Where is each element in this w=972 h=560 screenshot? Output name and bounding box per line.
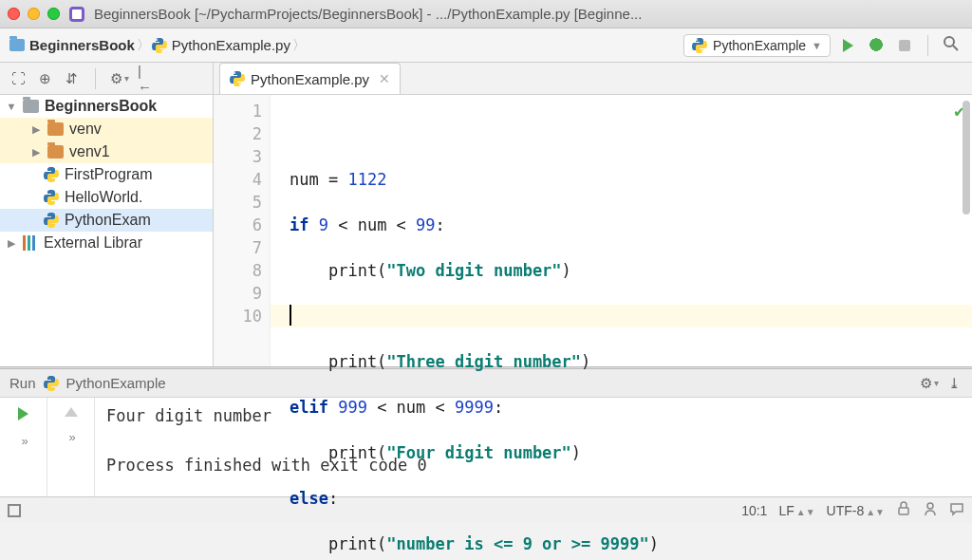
- expand-icon[interactable]: »: [21, 434, 25, 448]
- rerun-button[interactable]: [18, 407, 28, 420]
- gear-icon[interactable]: ⚙▾: [111, 70, 128, 87]
- close-tab-icon[interactable]: ✕: [379, 71, 390, 86]
- folder-icon: [47, 122, 64, 136]
- line-number: 9: [214, 282, 262, 305]
- line-number: 10: [214, 305, 262, 327]
- separator: [927, 35, 928, 56]
- tree-item-label: PythonExam: [65, 212, 151, 229]
- collapse-icon[interactable]: ⛶: [9, 70, 27, 87]
- expand-toggle[interactable]: ▶: [6, 237, 17, 250]
- run-button[interactable]: [836, 34, 859, 57]
- line-number: 2: [214, 122, 262, 145]
- minimize-window-button[interactable]: [28, 8, 40, 20]
- editor-tab-label: PythonExample.py: [251, 71, 369, 87]
- toolbar-row: ⛶ ⊕ ⇵ ⚙▾ |← PythonExample.py ✕: [0, 63, 972, 95]
- line-number: 6: [214, 214, 262, 236]
- folder-icon: [47, 145, 64, 159]
- expand-toggle[interactable]: ▼: [6, 101, 17, 112]
- code-content[interactable]: num = 1122 if 9 < num < 99: print("Two d…: [271, 95, 972, 366]
- navigation-bar: BeginnersBook PythonExample.py PythonExa…: [0, 28, 972, 63]
- svg-line-5: [953, 46, 958, 50]
- run-config-selector[interactable]: PythonExample ▼: [683, 34, 831, 57]
- chevron-down-icon: ▼: [812, 40, 822, 51]
- expand-toggle[interactable]: ▶: [30, 146, 42, 159]
- code-line: print("Two digit number"): [290, 259, 972, 282]
- tree-root-label: BeginnersBook: [45, 98, 157, 115]
- python-file-icon: [44, 167, 59, 182]
- tree-item-helloworld[interactable]: HelloWorld.: [0, 186, 213, 209]
- search-everywhere-button[interactable]: [940, 34, 963, 57]
- tree-external-libs[interactable]: ▶ External Librar: [0, 232, 213, 254]
- tree-item-venv1[interactable]: ▶ venv1: [0, 140, 213, 163]
- main-area: ▼ BeginnersBook ▶ venv ▶ venv1 FirstProg…: [0, 95, 972, 366]
- scrollbar-thumb[interactable]: [963, 101, 970, 215]
- svg-point-4: [944, 37, 954, 47]
- bug-icon: [868, 37, 885, 54]
- console-line: Four digit number: [106, 406, 271, 425]
- caret: [290, 305, 291, 326]
- target-icon[interactable]: ⊕: [36, 70, 53, 87]
- tree-item-pythonexample[interactable]: PythonExam: [0, 209, 213, 232]
- tree-item-firstprogram[interactable]: FirstProgram: [0, 163, 213, 186]
- svg-point-6: [234, 72, 235, 74]
- stop-icon: [899, 40, 910, 51]
- python-file-icon: [152, 38, 167, 53]
- code-line: print("Four digit number"): [290, 441, 972, 464]
- editor-scrollbar[interactable]: [961, 95, 972, 366]
- project-tree[interactable]: ▼ BeginnersBook ▶ venv ▶ venv1 FirstProg…: [0, 95, 214, 366]
- hide-icon[interactable]: |←: [138, 70, 155, 87]
- separator: [95, 68, 96, 89]
- zoom-window-button[interactable]: [47, 8, 60, 20]
- tree-item-label: HelloWorld.: [65, 189, 142, 206]
- search-icon: [943, 35, 960, 55]
- line-gutter: 1 2 3 4 5 6 7 8 9 10: [214, 95, 271, 366]
- window-title: BeginnersBook [~/PycharmProjects/Beginne…: [94, 6, 964, 22]
- split-icon[interactable]: ⇵: [63, 70, 80, 87]
- project-tool-buttons: ⛶ ⊕ ⇵ ⚙▾ |←: [0, 63, 214, 94]
- line-number: 7: [214, 236, 262, 259]
- stop-button[interactable]: [893, 34, 916, 57]
- play-icon: [18, 407, 28, 420]
- breadcrumb-project[interactable]: BeginnersBook: [9, 37, 146, 53]
- up-arrow-icon: [65, 407, 78, 417]
- run-panel-title: PythonExample: [66, 375, 166, 391]
- python-file-icon: [44, 190, 59, 205]
- folder-icon: [9, 39, 25, 51]
- window-titlebar: BeginnersBook [~/PycharmProjects/Beginne…: [0, 0, 972, 28]
- svg-point-3: [701, 50, 703, 52]
- code-line: num = 1122: [290, 168, 972, 191]
- run-panel-gutters: » »: [0, 398, 95, 496]
- code-line: elif 999 < num < 9999:: [290, 396, 972, 419]
- line-number: 1: [214, 100, 262, 122]
- debug-button[interactable]: [865, 34, 888, 57]
- expand-icon[interactable]: »: [68, 430, 72, 444]
- svg-point-0: [156, 39, 158, 41]
- close-window-button[interactable]: [8, 8, 20, 20]
- toolwindow-toggle-icon[interactable]: [8, 504, 21, 517]
- expand-toggle[interactable]: ▶: [30, 123, 42, 136]
- line-number: 8: [214, 259, 262, 282]
- tree-item-venv[interactable]: ▶ venv: [0, 118, 213, 140]
- tree-item-label: FirstProgram: [65, 166, 152, 183]
- module-folder-icon: [23, 100, 39, 113]
- library-icon: [23, 235, 38, 251]
- breadcrumb-file[interactable]: PythonExample.py: [152, 37, 302, 53]
- python-file-icon: [230, 71, 245, 86]
- tree-item-label: venv: [69, 121, 102, 138]
- play-icon: [843, 39, 853, 52]
- tree-item-label: venv1: [69, 143, 110, 160]
- breadcrumb-file-label: PythonExample.py: [172, 37, 290, 53]
- tree-item-label: External Librar: [44, 234, 142, 252]
- code-line: else:: [290, 487, 972, 510]
- app-icon: [69, 7, 84, 22]
- tree-root[interactable]: ▼ BeginnersBook: [0, 95, 213, 118]
- run-config-name: PythonExample: [713, 38, 806, 53]
- code-line: print("Three digit number"): [290, 350, 972, 373]
- current-line-highlight: [271, 305, 972, 327]
- line-number: 3: [214, 145, 262, 168]
- breadcrumb-project-label: BeginnersBook: [29, 37, 135, 53]
- scroll-up-button[interactable]: [65, 407, 78, 417]
- python-file-icon: [44, 376, 59, 391]
- editor-tab[interactable]: PythonExample.py ✕: [219, 63, 401, 94]
- code-editor[interactable]: 1 2 3 4 5 6 7 8 9 10 num = 1122 if 9 < n…: [214, 95, 972, 366]
